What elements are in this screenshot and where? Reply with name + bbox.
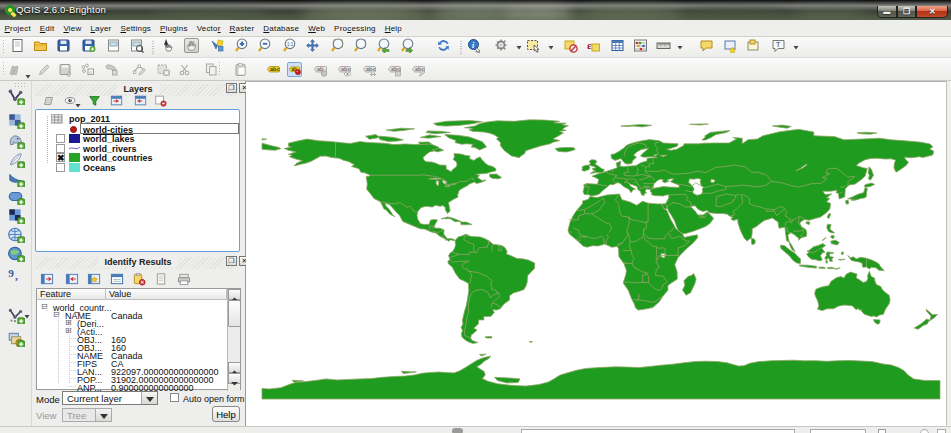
svg-text:9: 9 xyxy=(8,267,14,279)
svg-text:,: , xyxy=(15,270,18,282)
svg-text:abc: abc xyxy=(366,66,375,72)
svg-text:T: T xyxy=(776,41,781,48)
svg-text:abc: abc xyxy=(270,66,279,72)
svg-text:abc: abc xyxy=(341,66,350,72)
svg-text:1:1: 1:1 xyxy=(287,42,294,47)
svg-text:ε: ε xyxy=(587,39,592,51)
